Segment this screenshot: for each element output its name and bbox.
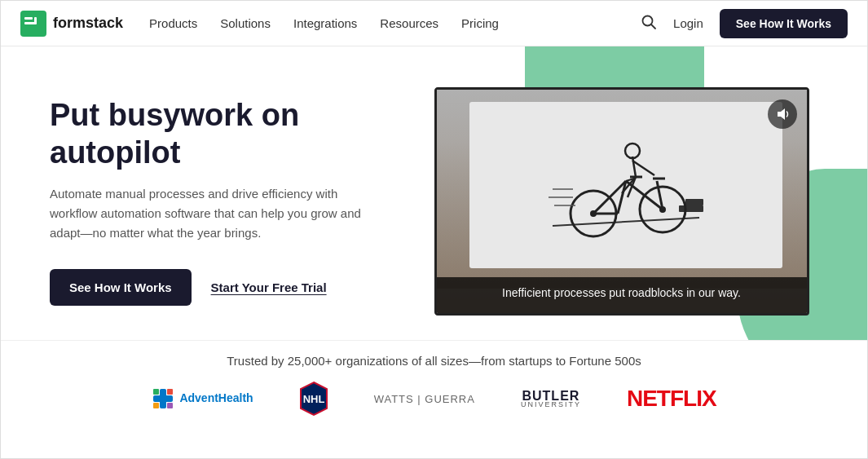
nav-solutions[interactable]: Solutions [220,16,271,30]
video-caption: Inefficient processes put roadblocks in … [437,277,807,313]
svg-rect-32 [153,389,159,395]
adventhealth-logo: AdventHealth [152,384,253,413]
nav-right: Login See How It Works [641,9,848,38]
nhl-logo-icon: NHL [299,381,328,417]
svg-rect-7 [679,205,703,212]
nav-resources[interactable]: Resources [380,16,438,30]
nhl-logo: NHL [299,384,328,413]
video-inner: Inefficient processes put roadblocks in … [437,90,807,313]
logo[interactable]: formstack [20,11,123,37]
watts-guerra-logo: WATTS | GUERRA [374,384,475,413]
svg-rect-34 [167,389,173,395]
butler-university-logo: BUTLER UNIVERSITY [521,384,581,413]
hero-secondary-button[interactable]: Start Your Free Trial [211,280,327,294]
netflix-logo: NETFLIX [627,384,716,413]
hero-primary-button[interactable]: See How It Works [50,269,192,306]
nav-pricing[interactable]: Pricing [461,16,499,30]
logos-row: AdventHealth NHL WATTS | GUERRA BUTLER U… [50,384,818,413]
svg-rect-35 [167,403,173,408]
svg-line-21 [632,157,636,177]
svg-rect-31 [153,395,173,402]
video-sign [469,102,782,268]
watts-guerra-text: WATTS | GUERRA [374,393,475,405]
svg-marker-29 [778,108,785,120]
trusted-text: Trusted by 25,000+ organizations of all … [50,354,818,368]
video-sound-button[interactable] [768,99,797,129]
trusted-section: Trusted by 25,000+ organizations of all … [1,340,867,426]
svg-line-5 [651,24,655,29]
formstack-logo-icon [20,11,46,37]
nav-integrations[interactable]: Integrations [293,16,357,30]
hero-section: Put busywork on autopilot Automate manua… [1,46,867,340]
hero-left: Put busywork on autopilot Automate manua… [50,97,425,306]
bicycle-drawing [536,120,716,250]
netflix-text: NETFLIX [627,386,716,412]
hero-title: Put busywork on autopilot [50,97,425,171]
nav-links: Products Solutions Integrations Resource… [149,16,641,30]
adventhealth-text: AdventHealth [179,392,253,404]
svg-rect-3 [34,17,37,24]
svg-point-22 [625,143,640,158]
video-container[interactable]: Inefficient processes put roadblocks in … [434,87,809,316]
navbar: formstack Products Solutions Integration… [1,1,867,46]
hero-subtitle: Automate manual processes and drive effi… [50,184,376,243]
login-button[interactable]: Login [673,16,703,30]
adventhealth-cross-icon [152,387,174,410]
hero-buttons: See How It Works Start Your Free Trial [50,269,425,306]
nav-cta-button[interactable]: See How It Works [720,9,848,38]
svg-rect-2 [24,22,36,24]
butler-subtitle: UNIVERSITY [521,400,581,408]
svg-rect-1 [24,17,33,20]
nav-products[interactable]: Products [149,16,197,30]
svg-text:NHL: NHL [302,393,324,405]
svg-rect-8 [685,199,703,205]
svg-rect-33 [153,403,159,408]
search-icon[interactable] [641,14,657,33]
hero-right: Inefficient processes put roadblocks in … [425,87,818,316]
logo-text: formstack [53,15,123,32]
sound-icon [775,107,790,121]
